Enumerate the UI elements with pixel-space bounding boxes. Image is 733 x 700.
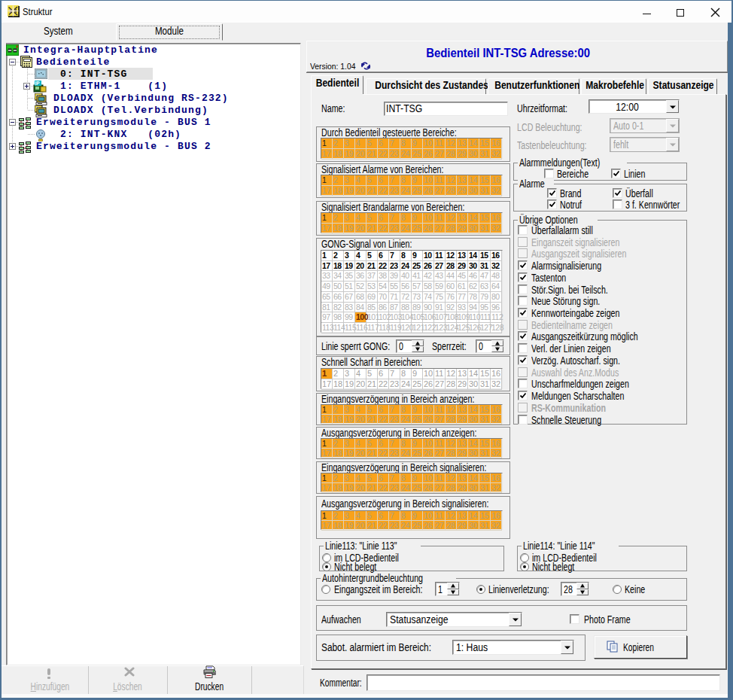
svg-text:IP: IP	[35, 81, 41, 86]
